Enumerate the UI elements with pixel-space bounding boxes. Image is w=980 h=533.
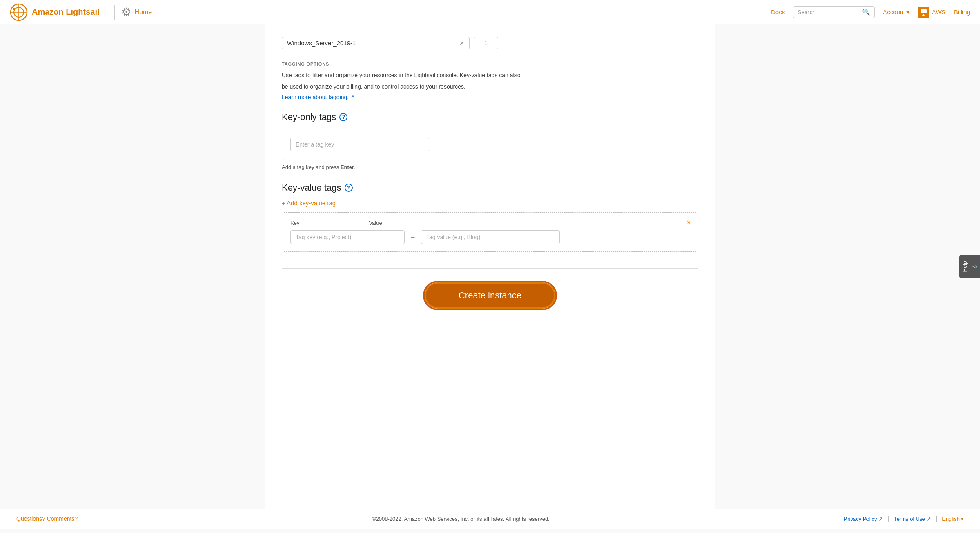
key-value-tags-section: Key-value tags ? + Add key-value tag × K… [282, 182, 698, 252]
logo-text: Amazon Lightsail [32, 7, 100, 17]
aws-link[interactable]: AWS [918, 7, 946, 18]
privacy-external-icon: ↗ [878, 516, 883, 522]
footer-questions[interactable]: Questions? Comments? [16, 515, 78, 522]
kv-value-label: Value [369, 220, 382, 226]
key-only-tags-help-icon[interactable]: ? [339, 113, 347, 121]
footer-center: ©2008-2022, Amazon Web Services, Inc. or… [372, 516, 550, 522]
create-instance-button[interactable]: Create instance [426, 284, 554, 307]
external-link-icon: ↗ [350, 94, 354, 100]
home-link[interactable]: Home [135, 9, 152, 16]
search-box: 🔍 [793, 6, 875, 18]
terms-of-use-link[interactable]: Terms of Use ↗ [894, 516, 931, 522]
tagging-options-section: TAGGING OPTIONS Use tags to filter and o… [282, 62, 698, 112]
privacy-policy-link[interactable]: Privacy Policy ↗ [844, 516, 883, 522]
add-key-value-tag-button[interactable]: + Add key-value tag [282, 200, 336, 207]
footer-links: Privacy Policy ↗ | Terms of Use ↗ | Engl… [844, 515, 964, 522]
svg-marker-6 [922, 14, 925, 16]
kv-key-label: Key [290, 220, 299, 226]
footer-language-selector[interactable]: English ▾ [942, 516, 964, 522]
kv-tag-close-button[interactable]: × [686, 218, 691, 227]
key-only-tags-title: Key-only tags ? [282, 112, 698, 122]
key-value-tags-title: Key-value tags ? [282, 182, 698, 193]
svg-point-4 [13, 8, 15, 10]
kv-inputs-row: → [290, 230, 690, 244]
create-button-outline: Create instance [423, 281, 557, 310]
help-question-icon: ? [970, 265, 978, 269]
learn-more-tagging-link[interactable]: Learn more about tagging. ↗ [282, 94, 354, 100]
account-button[interactable]: Account ▾ [883, 9, 910, 16]
tagging-section-label: TAGGING OPTIONS [282, 62, 698, 67]
search-input[interactable] [797, 9, 862, 16]
chevron-down-icon: ▾ [906, 9, 910, 16]
instance-name-field: Windows_Server_2019-1 ✕ [282, 37, 470, 49]
tagging-description-1: Use tags to filter and organize your res… [282, 71, 698, 80]
footer-separator-2: | [936, 515, 938, 522]
docs-link[interactable]: Docs [771, 9, 785, 16]
logo[interactable]: Amazon Lightsail [10, 3, 100, 21]
help-panel-label: Help [962, 261, 968, 272]
terms-external-icon: ↗ [927, 516, 931, 522]
tag-hint: Add a tag key and press Enter. [282, 164, 698, 170]
section-divider [282, 268, 698, 269]
header-right: Docs 🔍 Account ▾ AWS Billing [771, 6, 970, 18]
footer-chevron-icon: ▾ [961, 516, 964, 522]
main-content: Windows_Server_2019-1 ✕ 1 TAGGING OPTION… [265, 24, 715, 509]
billing-link[interactable]: Billing [954, 9, 970, 16]
footer-separator-1: | [888, 515, 889, 522]
key-value-tags-help-icon[interactable]: ? [345, 184, 353, 192]
header: Amazon Lightsail ⚙ Home Docs 🔍 Account ▾… [0, 0, 980, 24]
key-only-tags-container [282, 129, 698, 160]
instance-count-field[interactable]: 1 [474, 37, 498, 49]
header-divider [114, 5, 115, 20]
kv-tag-header: Key Value [290, 220, 690, 226]
instance-name-clear-button[interactable]: ✕ [459, 40, 464, 47]
footer-copyright: ©2008-2022, Amazon Web Services, Inc. or… [372, 516, 550, 522]
help-panel-inner: ? Help [962, 261, 978, 272]
help-panel[interactable]: ? Help [959, 255, 980, 278]
footer: Questions? Comments? ©2008-2022, Amazon … [0, 509, 980, 529]
key-only-tags-section: Key-only tags ? Add a tag key and press … [282, 112, 698, 170]
gear-icon[interactable]: ⚙ [121, 5, 131, 19]
create-button-wrapper: Create instance [282, 281, 698, 310]
key-only-tag-input[interactable] [290, 138, 429, 151]
search-button[interactable]: 🔍 [862, 8, 870, 16]
arrow-icon: → [410, 233, 416, 241]
key-value-tag-box: × Key Value → [282, 212, 698, 252]
kv-key-input[interactable] [290, 230, 405, 244]
instance-name-value: Windows_Server_2019-1 [287, 40, 456, 47]
svg-rect-5 [921, 9, 927, 13]
kv-value-input[interactable] [421, 230, 560, 244]
instance-name-row: Windows_Server_2019-1 ✕ 1 [282, 37, 698, 49]
tagging-description-2: be used to organize your billing, and to… [282, 82, 698, 91]
aws-icon [918, 7, 929, 18]
